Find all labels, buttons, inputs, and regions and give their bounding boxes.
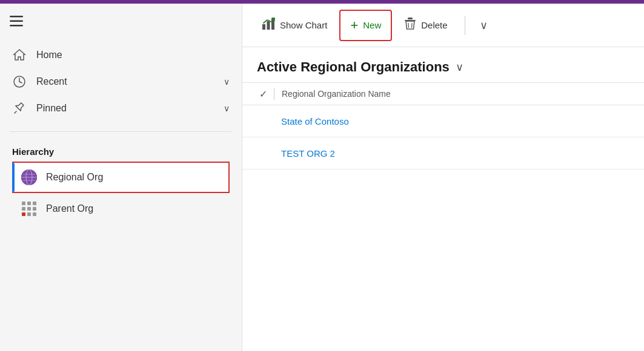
row-link-1[interactable]: State of Contoso [281,116,349,126]
plus-icon: + [350,18,358,33]
hamburger-icon[interactable] [10,16,23,30]
pinned-label: Pinned [36,103,224,114]
svg-rect-14 [27,207,31,211]
hierarchy-item-parent-org[interactable]: Parent Org [12,193,230,225]
toolbar-separator [465,16,465,35]
svg-rect-17 [27,212,31,216]
sidebar-divider [10,131,232,132]
show-chart-button[interactable]: Show Chart [252,10,337,41]
hierarchy-section: Hierarchy Regional Org [0,137,242,229]
regional-org-label: Regional Org [46,172,103,183]
svg-rect-15 [33,207,36,211]
show-chart-label: Show Chart [280,20,327,30]
header-check[interactable]: ✓ [257,88,269,100]
recent-label: Recent [36,76,224,87]
trash-icon [404,17,416,33]
home-label: Home [36,50,230,61]
svg-line-4 [15,111,16,113]
recent-chevron: ∨ [224,77,230,87]
new-button[interactable]: + New [339,10,392,41]
row-link-2[interactable]: TEST ORG 2 [281,148,335,159]
svg-rect-2 [10,25,23,27]
chart-icon [262,17,275,33]
grid-icon-parent [21,200,38,217]
svg-rect-0 [10,16,23,18]
sidebar-header [0,8,242,37]
sidebar-item-pinned[interactable]: Pinned ∨ [0,95,242,122]
view-title-bar: Active Regional Organizations ∨ [242,47,644,82]
row-checkbox-1[interactable] [257,115,269,127]
delete-label: Delete [421,20,447,30]
view-title: Active Regional Organizations [257,59,450,75]
recent-icon [12,74,27,89]
header-separator [274,88,274,100]
svg-rect-11 [27,202,31,205]
svg-rect-13 [22,207,25,211]
list-items: State of Contoso TEST ORG 2 [242,105,644,351]
sidebar: Home Recent ∨ [0,4,242,351]
svg-rect-10 [22,202,25,205]
svg-rect-23 [408,18,413,19]
home-icon [12,48,27,62]
more-button[interactable]: ∨ [473,14,495,37]
svg-rect-1 [10,21,23,22]
pin-icon [12,101,27,116]
table-row[interactable]: TEST ORG 2 [242,137,644,169]
svg-rect-19 [262,24,265,30]
svg-rect-18 [33,212,36,216]
pinned-chevron: ∨ [224,103,230,113]
svg-rect-12 [33,202,36,205]
view-title-chevron-icon[interactable]: ∨ [456,61,463,74]
table-row[interactable]: State of Contoso [242,105,644,137]
app-container: Home Recent ∨ [0,4,644,351]
list-header: ✓ Regional Organization Name [242,82,644,105]
sidebar-item-recent[interactable]: Recent ∨ [0,68,242,95]
globe-icon [21,169,38,186]
main-content: Show Chart + New Delete [242,4,644,351]
svg-line-24 [408,23,409,28]
new-label: New [363,20,381,30]
hierarchy-title: Hierarchy [12,146,230,157]
hierarchy-item-regional-org[interactable]: Regional Org [12,162,230,193]
svg-rect-16 [22,212,25,216]
column-header-name: Regional Organization Name [282,89,391,99]
delete-button[interactable]: Delete [394,10,457,41]
svg-line-25 [412,23,413,28]
sidebar-nav: Home Recent ∨ [0,37,242,126]
parent-org-label: Parent Org [46,203,93,214]
chevron-down-icon: ∨ [480,19,488,32]
toolbar: Show Chart + New Delete [242,4,644,47]
svg-rect-20 [267,21,270,30]
row-checkbox-2[interactable] [257,147,269,159]
sidebar-item-home[interactable]: Home [0,42,242,68]
